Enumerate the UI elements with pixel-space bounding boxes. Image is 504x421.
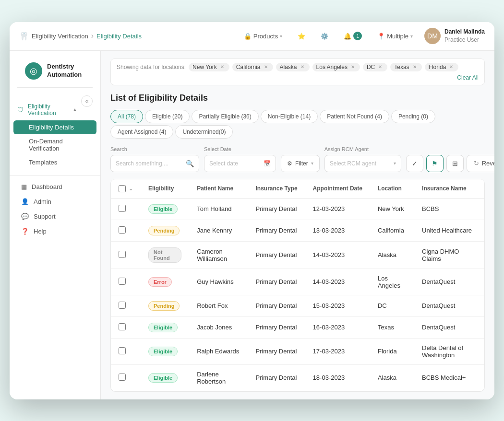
location-tag-remove-alaska[interactable]: ✕ bbox=[299, 64, 306, 70]
user-avatar: DM bbox=[424, 28, 441, 44]
table-row: Pending Robert Fox Primary Dental 15-03-… bbox=[111, 295, 484, 316]
sidebar-item-help[interactable]: ❓ Help bbox=[13, 224, 96, 239]
tab-pending[interactable]: Pending (0) bbox=[391, 110, 435, 123]
row-checkbox[interactable] bbox=[119, 278, 126, 285]
tab-all[interactable]: All (78) bbox=[110, 110, 143, 123]
support-icon: 💬 bbox=[21, 213, 29, 220]
table-row: Eligible Tom Holland Primary Dental 12-0… bbox=[111, 198, 484, 220]
sidebar-item-eligibility-details[interactable]: Eligibility Details bbox=[13, 120, 96, 134]
products-button[interactable]: 🔒 Products ▾ bbox=[240, 31, 286, 42]
row-checkbox[interactable] bbox=[119, 347, 126, 354]
columns-button[interactable]: ⊞ bbox=[446, 155, 464, 172]
location-tag-text: Los Angeles bbox=[316, 64, 348, 70]
table-row: Eligible Darlene Robertson Primary Denta… bbox=[111, 364, 484, 391]
sidebar-collapse-button[interactable]: « bbox=[81, 95, 93, 107]
sidebar-item-templates[interactable]: Templates bbox=[13, 155, 96, 169]
sidebar-item-support[interactable]: 💬 Support bbox=[13, 209, 96, 224]
location-tag-remove-texas[interactable]: ✕ bbox=[411, 64, 418, 70]
location-tag-remove-new-york[interactable]: ✕ bbox=[219, 64, 226, 70]
row-location: Texas bbox=[370, 316, 414, 338]
sidebar-item-admin[interactable]: 👤 Admin bbox=[13, 194, 96, 209]
location-tag-text: DC bbox=[367, 64, 375, 70]
filter-chevron-icon: ▾ bbox=[311, 161, 313, 166]
row-eligibility: Eligible bbox=[141, 316, 189, 338]
settings-button[interactable]: ⚙️ bbox=[317, 31, 332, 42]
table-header-eligibility: Eligibility bbox=[141, 179, 189, 199]
row-patient-name: Robert Fox bbox=[189, 295, 248, 316]
logo-text: DentistryAutomation bbox=[47, 63, 82, 79]
user-name: Daniel Malinda bbox=[444, 28, 485, 36]
sidebar-eligibility-verification[interactable]: 🛡 Eligibility Verification ▲ bbox=[13, 99, 81, 120]
row-checkbox-cell bbox=[111, 364, 141, 391]
eligibility-verification-label: Eligibility Verification bbox=[28, 103, 69, 117]
row-insurance-type: Primary Dental bbox=[248, 295, 305, 316]
row-eligibility: Pending bbox=[141, 220, 189, 241]
clear-all-button[interactable]: Clear All bbox=[457, 74, 479, 81]
status-badge: Eligible bbox=[148, 204, 178, 214]
bookmark-button[interactable]: ⚑ bbox=[426, 155, 444, 172]
sidebar-logo: ◎ DentistryAutomation bbox=[17, 62, 93, 88]
location-tag-california: California ✕ bbox=[232, 63, 273, 71]
notifications-button[interactable]: 🔔 1 bbox=[340, 30, 366, 42]
check-button[interactable]: ✓ bbox=[406, 155, 423, 172]
eligibility-table: ⌄ Eligibility Patient Name Insurance Typ… bbox=[111, 179, 484, 391]
row-location: Los Angeles bbox=[370, 269, 414, 295]
tab-non-eligible[interactable]: Non-Eligible (14) bbox=[261, 110, 318, 123]
sidebar-item-on-demand[interactable]: On-Demand Verification bbox=[13, 134, 96, 155]
tab-patient-not-found[interactable]: Patient Not Found (4) bbox=[320, 110, 389, 123]
sidebar: ◎ DentistryAutomation « 🛡 Eligibility Ve… bbox=[10, 51, 101, 399]
notification-count: 1 bbox=[353, 32, 362, 40]
row-checkbox-cell bbox=[111, 338, 141, 364]
row-checkbox[interactable] bbox=[119, 374, 126, 381]
location-tag-remove-los-angeles[interactable]: ✕ bbox=[349, 64, 356, 70]
location-button[interactable]: 📍 Multiple ▾ bbox=[373, 31, 417, 42]
sidebar-item-dashboard[interactable]: ▦ Dashboard bbox=[13, 179, 96, 194]
tab-partially-eligible[interactable]: Partially Eligible (36) bbox=[192, 110, 258, 123]
monitor-screen: 🦷 Eligibility Verification › Eligibility… bbox=[10, 22, 494, 399]
breadcrumb-item-1[interactable]: Eligibility Verification bbox=[32, 33, 88, 40]
row-checkbox[interactable] bbox=[119, 205, 126, 212]
row-insurance-type: Primary Dental bbox=[248, 198, 305, 220]
row-checkbox[interactable] bbox=[119, 251, 126, 258]
favorites-button[interactable]: ⭐ bbox=[294, 31, 309, 42]
location-tag-texas: Texas ✕ bbox=[390, 63, 421, 71]
reverify-button[interactable]: ↻ Reverify bbox=[467, 155, 494, 172]
user-role: Practice User bbox=[444, 36, 485, 44]
row-checkbox[interactable] bbox=[119, 323, 126, 330]
search-input[interactable] bbox=[116, 160, 183, 167]
row-location: DC bbox=[370, 295, 414, 316]
lock-icon: 🔒 bbox=[244, 33, 252, 40]
table-row: Error Guy Hawkins Primary Dental 14-03-2… bbox=[111, 269, 484, 295]
rcm-agent-select[interactable]: Select RCM agent ▾ bbox=[324, 155, 401, 172]
sort-expand-icon[interactable]: ⌄ bbox=[129, 186, 133, 192]
location-tag-florida: Florida ✕ bbox=[425, 63, 459, 71]
rcm-placeholder: Select RCM agent bbox=[330, 160, 390, 167]
location-tag-remove-california[interactable]: ✕ bbox=[263, 64, 269, 70]
shield-icon: 🛡 bbox=[17, 106, 24, 114]
filter-button[interactable]: ⚙ Filter ▾ bbox=[281, 155, 320, 172]
location-tag-remove-dc[interactable]: ✕ bbox=[377, 64, 384, 70]
row-checkbox[interactable] bbox=[119, 226, 126, 234]
search-icon: 🔍 bbox=[186, 160, 194, 167]
help-label: Help bbox=[34, 228, 47, 235]
bell-icon: 🔔 bbox=[344, 33, 351, 40]
date-label: Select Date bbox=[204, 146, 231, 152]
select-all-checkbox[interactable] bbox=[119, 185, 126, 192]
tab-agent-assigned[interactable]: Agent Assigned (4) bbox=[110, 125, 173, 139]
status-badge: Eligible bbox=[148, 373, 178, 383]
location-tag-dc: DC ✕ bbox=[363, 63, 387, 71]
user-info: Daniel Malinda Practice User bbox=[444, 28, 485, 44]
tab-undetermined[interactable]: Undetermined(0) bbox=[175, 125, 233, 139]
row-insurance-type: Primary Dental bbox=[248, 338, 305, 364]
row-patient-name: Darlene Robertson bbox=[189, 364, 248, 391]
user-profile[interactable]: DM Daniel Malinda Practice User bbox=[424, 28, 485, 44]
date-picker[interactable]: Select date 📅 bbox=[204, 155, 276, 172]
row-appointment-date: 12-03-2023 bbox=[305, 198, 370, 220]
location-bar-label: Showing data for locations: bbox=[117, 64, 186, 70]
help-icon: ❓ bbox=[21, 228, 29, 235]
row-checkbox[interactable] bbox=[119, 302, 126, 309]
row-eligibility: Pending bbox=[141, 295, 189, 316]
tab-eligible[interactable]: Eligible (20) bbox=[145, 110, 190, 123]
row-eligibility: Not Found bbox=[141, 241, 189, 269]
location-tag-remove-florida[interactable]: ✕ bbox=[448, 64, 455, 70]
